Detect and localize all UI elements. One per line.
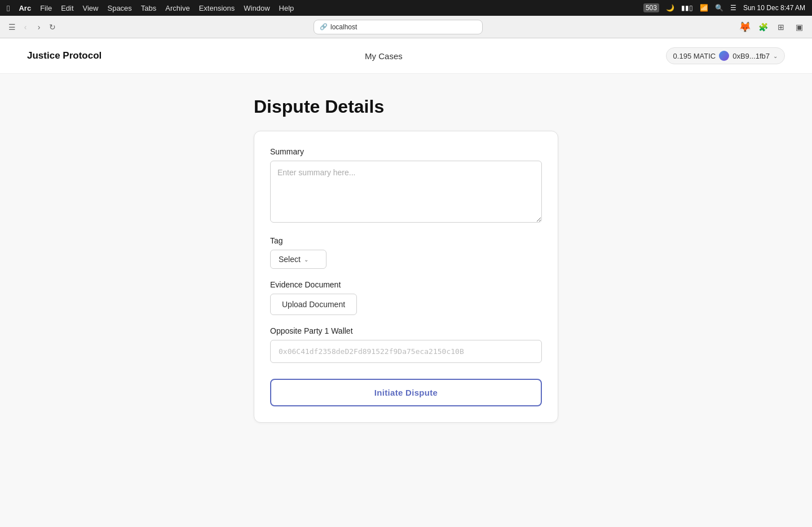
- menubar-extensions[interactable]: Extensions: [199, 4, 235, 12]
- menubar-arc[interactable]: Arc: [19, 4, 31, 12]
- app-header: Justice Protocol My Cases 0.195 MATIC 0x…: [0, 38, 812, 74]
- back-button[interactable]: ‹: [20, 22, 30, 32]
- tag-select-label: Select: [279, 255, 301, 264]
- menubar-spaces[interactable]: Spaces: [107, 4, 131, 12]
- dispute-form-card: Summary Tag Select ⌄ Evidence Document U…: [254, 131, 558, 423]
- menubar-archive[interactable]: Archive: [165, 4, 189, 12]
- nav-buttons: ☰ ‹ › ↻: [7, 22, 58, 32]
- page-title: Dispute Details: [254, 96, 558, 117]
- summary-label: Summary: [270, 147, 542, 156]
- url-text: localhost: [330, 23, 357, 31]
- forward-button[interactable]: ›: [34, 22, 44, 32]
- tag-select-button[interactable]: Select ⌄: [270, 250, 326, 269]
- menubar-left:  Arc File Edit View Spaces Tabs Archive…: [7, 3, 294, 13]
- tag-section: Tag Select ⌄: [270, 236, 542, 269]
- menubar-window[interactable]: Window: [244, 4, 270, 12]
- sidebar-toggle[interactable]: ☰: [7, 22, 17, 32]
- summary-section: Summary: [270, 147, 542, 225]
- address-bar-container: 🔗 localhost: [63, 20, 733, 34]
- datetime: Sun 10 Dec 8:47 AM: [743, 4, 805, 12]
- reload-button[interactable]: ↻: [47, 22, 58, 32]
- evidence-label: Evidence Document: [270, 280, 542, 289]
- moon-icon: 🌙: [666, 4, 674, 12]
- system-tray-503: 503: [643, 3, 659, 12]
- evidence-section: Evidence Document Upload Document: [270, 280, 542, 315]
- tag-label: Tag: [270, 236, 542, 245]
- wallet-chevron-icon: ⌄: [773, 53, 778, 59]
- upload-document-button[interactable]: Upload Document: [270, 294, 357, 315]
- wallet-section: Opposite Party 1 Wallet: [270, 326, 542, 363]
- address-bar[interactable]: 🔗 localhost: [314, 20, 483, 34]
- my-cases-link[interactable]: My Cases: [365, 51, 403, 61]
- search-icon[interactable]: 🔍: [715, 4, 723, 12]
- menubar-tabs[interactable]: Tabs: [141, 4, 156, 12]
- wallet-address: 0xB9...1fb7: [732, 52, 770, 60]
- tab-view-icon[interactable]: ⊞: [775, 21, 787, 33]
- controlcenter-icon[interactable]: ☰: [730, 4, 736, 12]
- tag-chevron-icon: ⌄: [304, 256, 308, 263]
- split-view-icon[interactable]: ▣: [793, 21, 805, 33]
- menubar:  Arc File Edit View Spaces Tabs Archive…: [0, 0, 812, 16]
- wallet-balance: 0.195 MATIC: [673, 52, 716, 60]
- browser-chrome: ☰ ‹ › ↻ 🔗 localhost 🦊 🧩 ⊞ ▣: [0, 16, 812, 38]
- wallet-network-icon: [719, 51, 729, 61]
- menubar-right: 503 🌙 ▮▮▯ 📶 🔍 ☰ Sun 10 Dec 8:47 AM: [643, 3, 805, 12]
- wallet-label: Opposite Party 1 Wallet: [270, 326, 542, 335]
- apple-menu[interactable]: : [7, 3, 10, 13]
- battery-icon: ▮▮▯: [681, 4, 693, 12]
- initiate-dispute-button[interactable]: Initiate Dispute: [270, 379, 542, 406]
- summary-textarea[interactable]: [270, 161, 542, 223]
- browser-toolbar-right: 🦊 🧩 ⊞ ▣: [739, 21, 805, 33]
- arc-icon[interactable]: 🦊: [739, 21, 751, 33]
- menubar-help[interactable]: Help: [279, 4, 294, 12]
- extension-icon[interactable]: 🧩: [757, 21, 769, 33]
- menubar-view[interactable]: View: [83, 4, 99, 12]
- wifi-icon: 📶: [700, 4, 708, 12]
- main-content: Dispute Details Summary Tag Select ⌄ Evi…: [0, 74, 812, 527]
- wallet-info[interactable]: 0.195 MATIC 0xB9...1fb7 ⌄: [666, 47, 785, 64]
- app-title: Justice Protocol: [27, 50, 102, 61]
- link-icon: 🔗: [320, 23, 328, 30]
- wallet-address-input[interactable]: [270, 340, 542, 363]
- menubar-file[interactable]: File: [40, 4, 52, 12]
- menubar-edit[interactable]: Edit: [61, 4, 73, 12]
